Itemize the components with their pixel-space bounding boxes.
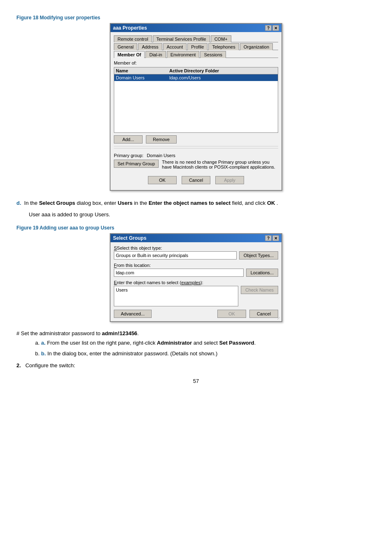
location-section: From this location: ldap.com Locations..… (114, 263, 278, 277)
col-folder: Active Directory Folder (169, 68, 276, 73)
primary-group-label: Primary group: (114, 152, 143, 158)
users-bold: Users (118, 200, 132, 206)
step-d-text1: In the (24, 200, 39, 206)
add-button[interactable]: Add... (114, 135, 143, 144)
step-b: b. In the dialog box, enter the administ… (41, 350, 376, 358)
step-a: a. From the user list on the right pane,… (41, 339, 376, 347)
figure18-title: Figure 18 Modifying user properties (16, 15, 376, 21)
close-button-19[interactable]: ✕ (272, 235, 279, 241)
object-type-input: Groups or Built-in security principals (114, 251, 237, 260)
tab-organization[interactable]: Organization (240, 43, 273, 50)
step-a-label: a. (41, 340, 46, 346)
col-name: Name (116, 68, 169, 73)
step-d-text4: field, and click (232, 200, 267, 206)
tab-profile[interactable]: Profile (187, 43, 208, 50)
dialog-titlebar-19: Select Groups ? ✕ (111, 234, 281, 242)
tab-environment[interactable]: Environment (167, 51, 200, 58)
names-row: Users Check Names (114, 286, 278, 306)
object-type-row: Groups or Built-in security principals O… (114, 251, 278, 260)
password-bold: admin!123456 (102, 330, 137, 336)
names-label: Enter the object names to select (exampl… (114, 280, 278, 285)
member-name: Domain Users (116, 75, 169, 80)
step-d-text3: in the (134, 200, 148, 206)
object-type-section: SSelect this object type: Groups or Buil… (114, 246, 278, 260)
tab-dialin[interactable]: Dial-in (145, 51, 166, 58)
location-input: ldap.com (114, 269, 244, 277)
item2-text: Configure the switch: (25, 362, 75, 368)
help-button-18[interactable]: ? (265, 25, 272, 31)
cancel-button-18[interactable]: Cancel (182, 176, 210, 184)
location-label: From this location: (114, 263, 278, 268)
doc-followup: User aaa is added to group Users. (29, 211, 376, 219)
ok-button-18[interactable]: OK (148, 176, 177, 184)
step-d-label: d. (16, 200, 21, 206)
close-button-18[interactable]: ✕ (272, 25, 279, 31)
names-value: Users (116, 287, 128, 292)
tab-general[interactable]: General (114, 43, 137, 50)
object-types-button[interactable]: Object Types... (239, 251, 278, 260)
step-b-label: b. (41, 350, 46, 357)
tab-telephones[interactable]: Telephones (208, 43, 239, 50)
hash-note: # Set the administrator password to admi… (16, 330, 376, 336)
add-remove-row: Add... Remove (114, 135, 278, 144)
member-folder: ldap.com/Users (169, 75, 276, 80)
check-names-button[interactable]: Check Names (241, 286, 278, 294)
tab-account[interactable]: Account (163, 43, 187, 50)
member-row[interactable]: Domain Users ldap.com/Users (114, 74, 278, 81)
locations-button[interactable]: Locations... (246, 269, 278, 277)
step-d-text2: dialog box, enter (77, 200, 118, 206)
set-password-bold: Set Password (219, 340, 254, 346)
administrator-bold: Administrator (157, 340, 192, 346)
primary-group-bottom: Set Primary Group There is no need to ch… (114, 160, 278, 169)
step-d-text5: . (277, 200, 278, 206)
tab-address[interactable]: Address (138, 43, 162, 50)
configure-switch: 2. Configure the switch: (16, 362, 376, 370)
tabs-row1: Remote control Terminal Services Profile… (114, 35, 278, 42)
apply-button-18[interactable]: Apply (215, 176, 244, 184)
bottom-row-19: Advanced... OK Cancel (114, 310, 278, 318)
primary-group-top: Primary group: Domain Users (114, 152, 278, 158)
remove-button[interactable]: Remove (146, 135, 177, 144)
tab-member-of[interactable]: Member Of (114, 51, 145, 58)
figure19-dialog: Select Groups ? ✕ SSelect this object ty… (110, 233, 282, 322)
tab-com-plus[interactable]: COM+ (211, 35, 231, 42)
ok-button-19[interactable]: OK (217, 310, 246, 318)
tab-sessions[interactable]: Sessions (200, 51, 226, 58)
figure18-dialog: aaa Properties ? ✕ Remote control Termin… (110, 23, 282, 191)
tabs-row3: Member Of Dial-in Environment Sessions (114, 51, 278, 58)
member-list-box[interactable]: Name Active Directory Folder Domain User… (114, 67, 278, 133)
names-section: Enter the object names to select (exampl… (114, 280, 278, 306)
ok-bold: OK (267, 200, 275, 206)
doc-para-d: d. In the Select Groups dialog box, ente… (16, 199, 376, 207)
page-number: 57 (16, 378, 376, 384)
set-primary-button[interactable]: Set Primary Group (114, 160, 159, 168)
dialog-title-18: aaa Properties (113, 25, 147, 31)
tab-terminal-services[interactable]: Terminal Services Profile (153, 35, 210, 42)
item2-label: 2. (16, 362, 21, 368)
list-header: Name Active Directory Folder (114, 67, 278, 74)
location-row: ldap.com Locations... (114, 269, 278, 277)
dialog-title-19: Select Groups (113, 235, 146, 241)
primary-group-value: Domain Users (147, 152, 175, 158)
dialog-titlebar-18: aaa Properties ? ✕ (111, 24, 281, 32)
select-groups-bold: Select Groups (39, 200, 75, 206)
names-input[interactable]: Users (114, 286, 238, 306)
password-steps: a. From the user list on the right pane,… (41, 339, 376, 357)
help-button-19[interactable]: ? (265, 235, 272, 241)
ok-cancel-row: OK Cancel Apply (114, 174, 278, 187)
figure19-title: Figure 19 Adding user aaa to group Users (16, 225, 376, 231)
tabs-row2: General Address Account Profile Telephon… (114, 43, 278, 50)
primary-group-section: Primary group: Domain Users Set Primary … (114, 148, 278, 169)
primary-group-note: There is no need to change Primary group… (162, 160, 278, 169)
cancel-button-19[interactable]: Cancel (249, 310, 278, 318)
advanced-button[interactable]: Advanced... (114, 310, 152, 318)
field-bold: Enter the object names to select (149, 200, 231, 206)
member-of-label: Member of: (114, 60, 278, 65)
resize-handle: ⟋ (277, 316, 281, 320)
object-type-label: SSelect this object type: (114, 246, 278, 250)
tab-remote-control[interactable]: Remote control (114, 35, 152, 42)
